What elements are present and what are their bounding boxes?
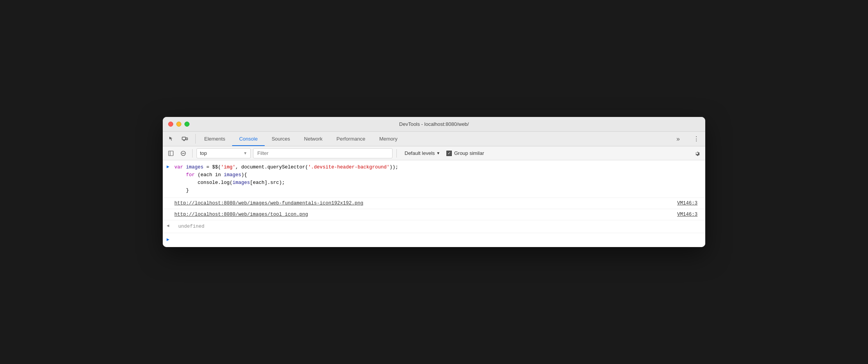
toolbar-divider-1	[192, 149, 193, 158]
titlebar: DevTools - localhost:8080/web/	[163, 117, 705, 132]
svg-rect-0	[182, 137, 186, 140]
clear-console-button[interactable]	[178, 148, 188, 158]
tabs: Elements Console Sources Network Perform…	[197, 132, 672, 146]
tabbar: Elements Console Sources Network Perform…	[163, 132, 705, 146]
minimize-button[interactable]	[176, 122, 181, 127]
console-toolbar: top ▼ Default levels ▼ ✓ Group similar	[163, 146, 705, 160]
tab-network[interactable]: Network	[297, 132, 330, 146]
devtools-window: DevTools - localhost:8080/web/ Eleme	[163, 117, 705, 247]
code-line-3: console.log(images[each].src);	[174, 179, 701, 187]
show-console-sidebar-button[interactable]	[166, 148, 176, 158]
close-button[interactable]	[168, 122, 173, 127]
tab-performance[interactable]: Performance	[329, 132, 372, 146]
link-source-1: VM146:3	[677, 199, 698, 207]
tab-elements[interactable]: Elements	[197, 132, 232, 146]
console-link-2[interactable]: http://localhost:8080/web/images/tool_ic…	[167, 211, 701, 218]
tab-memory[interactable]: Memory	[372, 132, 405, 146]
more-tabs-button[interactable]: »	[672, 133, 684, 145]
svg-rect-4	[169, 151, 173, 156]
svg-rect-1	[186, 138, 188, 140]
tabbar-icons	[166, 132, 191, 146]
group-similar-checkbox[interactable]: ✓ Group similar	[446, 150, 484, 156]
console-input[interactable]	[172, 237, 701, 243]
return-arrow: ◀	[167, 223, 169, 230]
tab-console[interactable]: Console	[232, 132, 265, 146]
tab-sources[interactable]: Sources	[265, 132, 297, 146]
devtools-menu-button[interactable]: ⋮	[691, 133, 702, 145]
code-line-4: }	[174, 187, 701, 194]
context-selector[interactable]: top ▼	[196, 148, 251, 158]
default-levels-button[interactable]: Default levels ▼	[401, 148, 444, 158]
console-link-1[interactable]: http://localhost:8080/web/images/web-fun…	[167, 199, 701, 207]
device-toolbar-icon[interactable]	[179, 133, 191, 145]
console-code-entry: ▶ var images = $$('img', document.queryS…	[163, 160, 705, 198]
filter-input[interactable]	[253, 148, 393, 158]
console-link-entry-1: http://localhost:8080/web/images/web-fun…	[163, 198, 705, 209]
tabbar-right: » ⋮	[672, 132, 702, 146]
tab-divider	[195, 134, 196, 144]
console-link-entry-2: http://localhost:8080/web/images/tool_ic…	[163, 209, 705, 220]
input-arrow: ▶	[167, 163, 169, 171]
link-source-2: VM146:3	[677, 211, 698, 218]
window-title: DevTools - localhost:8080/web/	[399, 121, 469, 127]
code-line-2: for (each in images){	[174, 171, 701, 179]
toolbar-divider-2	[396, 149, 397, 158]
settings-gear-button[interactable]	[692, 148, 702, 158]
traffic-lights	[168, 122, 189, 127]
maximize-button[interactable]	[184, 122, 189, 127]
inspect-element-icon[interactable]	[166, 133, 177, 145]
console-undefined-entry: ◀ undefined	[163, 220, 705, 233]
console-output: ▶ var images = $$('img', document.queryS…	[163, 160, 705, 247]
console-input-row[interactable]: ▶	[163, 233, 705, 247]
code-line-1: var images = $$('img', document.querySel…	[174, 163, 701, 171]
console-prompt-arrow: ▶	[167, 236, 169, 244]
checkbox-icon: ✓	[446, 151, 452, 156]
